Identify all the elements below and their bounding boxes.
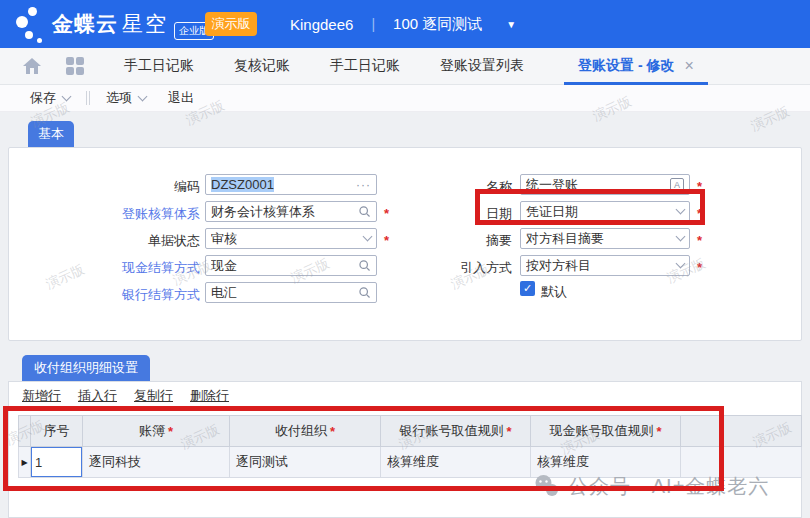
cell-seq[interactable]: 1 [31, 447, 83, 478]
bank-settlement-method-label[interactable]: 银行结算方式 [8, 286, 200, 304]
required-mark: * [697, 179, 702, 194]
home-icon[interactable] [22, 57, 42, 75]
footer-watermark-text: 公众号 · AI+金蝶老六 [568, 473, 769, 500]
grid-actions: 新增行 插入行 复制行 删除行 [22, 387, 229, 405]
summary-select[interactable]: 对方科目摘要 [520, 228, 690, 249]
cell-payment-org[interactable]: 逐同测试 [230, 447, 381, 478]
active-tab-label: 登账设置 - 修改 [578, 57, 674, 75]
code-label: 编码 [8, 178, 200, 196]
datacenter-selector[interactable]: Kingdee6 | 100 逐同测试 ▼ [290, 0, 516, 48]
header-row-selector [18, 415, 31, 447]
tab-manual-journal-2[interactable]: 手工日记账 [330, 57, 400, 75]
header-cash-account-rule: 现金账号取值规则* [531, 415, 681, 447]
topbar: 金蝶云 星空 企业版 演示版 Kingdee6 | 100 逐同测试 ▼ [0, 0, 810, 48]
close-icon[interactable]: × [684, 57, 693, 75]
summary-label: 摘要 [360, 232, 512, 250]
header-bank-account-rule: 银行账号取值规则* [381, 415, 531, 447]
search-icon[interactable] [358, 286, 371, 299]
import-method-label: 引入方式 [360, 259, 512, 277]
options-button[interactable]: 选项 [106, 89, 146, 107]
insert-row-button[interactable]: 插入行 [78, 387, 117, 405]
required-mark: * [656, 424, 661, 439]
chevron-down-icon [62, 91, 72, 101]
cash-settlement-method-label[interactable]: 现金结算方式 [8, 259, 200, 277]
cell-bank-account-rule[interactable]: 核算维度 [381, 447, 531, 478]
tab-posting-setting-list[interactable]: 登账设置列表 [440, 57, 524, 75]
required-mark: * [697, 206, 702, 221]
save-button[interactable]: 保存 [30, 89, 70, 107]
chevron-down-icon [676, 232, 686, 242]
caret-down-icon[interactable]: ▼ [506, 19, 516, 30]
default-checkbox[interactable]: ✓ [520, 281, 535, 296]
code-input[interactable]: DZSZ0001 ··· [205, 174, 377, 195]
cash-settlement-method-input[interactable]: 现金 [205, 255, 377, 276]
document-status-select[interactable]: 审核 [205, 228, 377, 249]
product-name: Kingdee6 [290, 16, 353, 33]
required-mark: * [168, 424, 173, 439]
posting-accounting-system-input[interactable]: 财务会计核算体系 [205, 201, 377, 222]
row-arrow-icon: ▶ [21, 458, 27, 467]
required-mark: * [506, 424, 511, 439]
row-indicator: ▶ [18, 447, 31, 478]
demo-version-badge: 演示版 [205, 12, 257, 36]
header-seq: 序号 [31, 415, 83, 447]
header-filler [681, 415, 802, 447]
tab-posting-setting-edit-active[interactable]: 登账设置 - 修改 × [564, 48, 708, 85]
header-payment-org: 收付组织* [230, 415, 381, 447]
tab-manual-journal-1[interactable]: 手工日记账 [124, 57, 194, 75]
topbar-divider: | [371, 16, 375, 32]
menu-grid-icon[interactable] [66, 57, 84, 75]
page-tabbar: 手工日记账 复核记账 手工日记账 登账设置列表 登账设置 - 修改 × [0, 48, 810, 85]
name-input[interactable]: 统一登账 A [520, 174, 690, 195]
multilanguage-icon[interactable]: A [670, 178, 684, 191]
chevron-down-icon [138, 91, 148, 101]
add-row-button[interactable]: 新增行 [22, 387, 61, 405]
required-mark: * [697, 233, 702, 248]
account-name: 100 逐同测试 [393, 15, 482, 34]
tab-basic[interactable]: 基本 [28, 121, 74, 147]
brand-name: 金蝶云 [52, 10, 118, 38]
date-select[interactable]: 凭证日期 [520, 201, 690, 222]
date-label: 日期 [360, 205, 512, 223]
tab-payment-org-detail-settings[interactable]: 收付组织明细设置 [22, 355, 150, 381]
kingdee-logo-icon [12, 2, 48, 46]
posting-accounting-system-label[interactable]: 登账核算体系 [8, 205, 200, 223]
action-toolbar: 保存 选项 退出 [0, 85, 810, 112]
name-label: 名称 [360, 178, 512, 196]
chevron-down-icon [676, 205, 686, 215]
toolbar-divider [86, 91, 90, 105]
delete-row-button[interactable]: 删除行 [190, 387, 229, 405]
bank-settlement-method-input[interactable]: 电汇 [205, 282, 377, 303]
header-account-book: 账簿* [83, 415, 230, 447]
exit-button[interactable]: 退出 [168, 89, 194, 107]
detail-table: 序号 账簿* 收付组织* 银行账号取值规则* 现金账号取值规则* ▶ 1 逐同科… [18, 415, 802, 478]
kingdee-logo: 金蝶云 星空 企业版 [12, 2, 214, 46]
cell-account-book[interactable]: 逐同科技 [83, 447, 230, 478]
app-window: 金蝶云 星空 企业版 演示版 Kingdee6 | 100 逐同测试 ▼ 手工日… [0, 0, 810, 518]
wechat-icon [533, 473, 560, 500]
import-method-select[interactable]: 按对方科目 [520, 255, 690, 276]
footer-watermark: 公众号 · AI+金蝶老六 [533, 473, 769, 500]
copy-row-button[interactable]: 复制行 [134, 387, 173, 405]
required-mark: * [697, 260, 702, 275]
document-status-label: 单据状态 [8, 232, 200, 250]
chevron-down-icon [676, 259, 686, 269]
tab-review-posting[interactable]: 复核记账 [234, 57, 290, 75]
default-checkbox-label: 默认 [541, 283, 567, 301]
required-mark: * [330, 424, 335, 439]
table-header-row: 序号 账簿* 收付组织* 银行账号取值规则* 现金账号取值规则* [18, 415, 802, 447]
brand-sub-name: 星空 [122, 10, 168, 38]
